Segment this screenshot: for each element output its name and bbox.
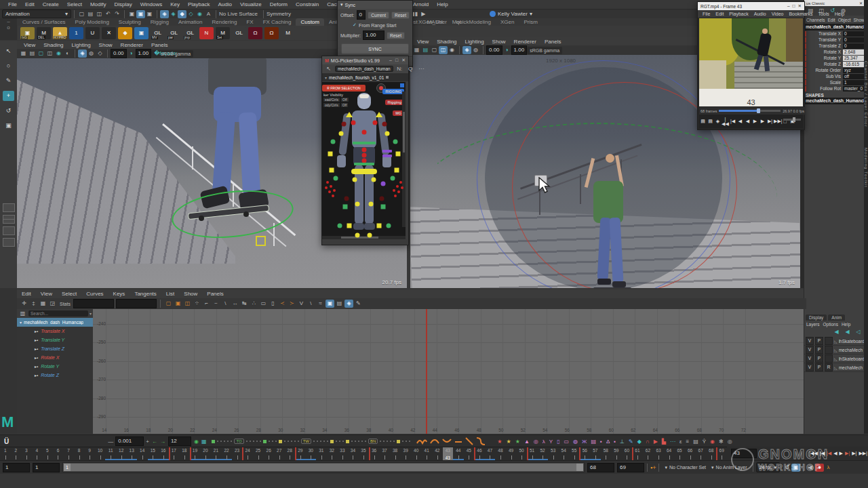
offset-field[interactable]: 0 (357, 10, 366, 20)
user-account-dropdown[interactable]: Kelly Vawter ▾ (490, 9, 532, 18)
video-control-button[interactable]: |◀◀ (722, 117, 729, 127)
power-icon[interactable]: ◉ (194, 439, 199, 445)
light-icon[interactable]: ◉ (54, 49, 63, 58)
scale-tool-icon[interactable]: ▣ (3, 121, 14, 131)
timeline-frame[interactable]: 5 (42, 447, 53, 461)
visibility-row[interactable]: ead/Ctrls Off (323, 98, 349, 102)
panel-menu-item[interactable]: View (20, 42, 39, 48)
animation-start-field[interactable]: 1 (3, 463, 30, 472)
minimize-icon[interactable]: – (389, 58, 392, 63)
resolution-gate-icon[interactable]: ◫ (439, 46, 448, 54)
picker-button[interactable] (373, 121, 378, 125)
video-control-button[interactable]: ◀ (744, 119, 751, 124)
menu-item[interactable]: Audio (214, 1, 235, 7)
move-tool-icon[interactable]: + (3, 91, 14, 101)
shelf-tab[interactable]: Animation (174, 18, 208, 26)
channel-value-field[interactable]: 1 (843, 80, 865, 85)
picker-button[interactable] (362, 130, 367, 135)
selected-object-name[interactable]: mechaMech_dash_Humanchead_ (804, 24, 865, 30)
gate-mask-icon[interactable]: ◫ (45, 49, 54, 58)
layer-playback-toggle[interactable]: P (815, 363, 823, 371)
shelf-tool-button[interactable]: M (281, 27, 295, 39)
timeline-frame[interactable]: 54 (558, 447, 569, 461)
timeline-frame[interactable]: 36 (369, 447, 380, 461)
timeline-frame[interactable]: 7 (63, 447, 74, 461)
normalize-icon[interactable]: ▣ (326, 300, 334, 308)
graph-menu-item[interactable]: Curves (81, 291, 108, 297)
close-icon[interactable]: ✕ (859, 1, 863, 5)
timeline-frame[interactable]: 24 (242, 447, 253, 461)
anim-tool-icon[interactable]: ≡ (686, 439, 690, 445)
rotate-tool-icon[interactable]: ↺ (3, 106, 14, 116)
timeline-frame[interactable]: 40 (411, 447, 422, 461)
transport-button[interactable]: |◀ (826, 451, 832, 456)
shelf-tab[interactable]: Rigging (146, 18, 174, 26)
timeline-frame[interactable]: 59 (611, 447, 622, 461)
stats-frame-field[interactable] (73, 299, 114, 308)
layer-menu-item[interactable]: Layers (806, 322, 820, 327)
shelf-tool-button[interactable]: N (199, 27, 214, 39)
channel-attribute-row[interactable]: Translate Y 0 (804, 37, 865, 43)
shelf-tab[interactable]: Poly Modeling (71, 18, 114, 26)
unify-tangents-icon[interactable]: ↹ (240, 300, 249, 308)
skateboard[interactable] (593, 287, 631, 288)
lasso-tool-icon[interactable]: ○ (3, 61, 14, 71)
step-size-field[interactable]: 0.001 (115, 436, 144, 446)
video-progress-bar[interactable] (719, 110, 781, 112)
anim-tool-icon[interactable]: ▪ (614, 439, 616, 445)
anim-tool-icon[interactable]: ◆ (637, 439, 642, 445)
filter-icon[interactable]: ≈ (316, 300, 325, 308)
shelf-tab[interactable]: Sculpting (114, 18, 146, 26)
layer-playback-toggle[interactable]: P (815, 354, 823, 363)
panel-menu-item[interactable]: Lighting (461, 39, 488, 45)
timeline-frame[interactable]: 66 (685, 447, 696, 461)
swap-buffer-icon[interactable]: ▯ (269, 300, 277, 308)
transport-button[interactable]: |◀◀ (808, 451, 818, 456)
range-slider[interactable]: 1 (62, 462, 585, 472)
anim-tool-icon[interactable]: ◉ (710, 439, 715, 445)
bookmark-end[interactable] (263, 440, 267, 443)
character-leg-right[interactable] (239, 112, 260, 195)
shelf-tab[interactable]: XGen (496, 18, 519, 26)
shelf-tool-button[interactable]: M Set (216, 27, 230, 39)
channel-box-menu-item[interactable]: Object (838, 18, 851, 22)
range-slider-left-handle[interactable]: 1 (64, 464, 71, 471)
menu-item[interactable]: Edit (21, 1, 39, 7)
timeline-frame[interactable]: 6 (53, 447, 64, 461)
menu-item[interactable]: Select (63, 1, 86, 7)
tab-channel-box[interactable]: Channel Box / Layer Editor (864, 61, 868, 127)
timeline-frame[interactable]: 51 (527, 447, 538, 461)
save-scene-icon[interactable]: ◫ (95, 10, 104, 18)
animation-preferences-icon[interactable]: λ (824, 464, 833, 472)
reset-multiplier-button[interactable]: Reset (387, 32, 405, 39)
video-control-button[interactable]: ◀ (736, 119, 744, 124)
jump-forward-icon[interactable]: → (160, 439, 165, 445)
keyframe-tick[interactable] (190, 447, 191, 461)
picker-button[interactable] (328, 190, 331, 193)
shelf-tab[interactable]: FX Caching (258, 18, 296, 26)
layer-visibility-toggle[interactable]: V (806, 354, 814, 363)
shelf-tool-button[interactable]: Ω (248, 27, 262, 39)
picker-button[interactable] (362, 153, 367, 158)
shelf-tool-button[interactable]: ✕ (102, 27, 116, 39)
anim-tool-icon[interactable]: ▯ (557, 439, 559, 445)
auto-key-icon[interactable]: ● (815, 464, 824, 472)
picker-character-dropdown[interactable]: mechaMech_dash_Human (335, 66, 393, 72)
bookmark-start[interactable] (212, 440, 215, 443)
menu-item[interactable]: Create (39, 1, 63, 7)
channel-box-menu-item[interactable]: Show (853, 18, 864, 22)
shadows-icon[interactable]: ◐ (63, 49, 72, 58)
shelf-tab[interactable]: Custom (296, 18, 324, 26)
picker-button[interactable] (391, 176, 395, 181)
panel-menu-item[interactable]: View (413, 39, 433, 45)
layout-four-pane-button[interactable] (3, 215, 15, 224)
menu-item[interactable]: Constrain (292, 1, 323, 7)
picker-button[interactable] (353, 142, 376, 144)
timeline-frame[interactable]: 29 (295, 447, 306, 461)
timeline-frame[interactable]: 47 (485, 447, 496, 461)
step-icon[interactable]: ▶ (419, 10, 428, 18)
bookmark-strip[interactable]: TOTWBN (212, 439, 410, 444)
exposure-field[interactable]: 0.00 (111, 49, 127, 58)
timeline-frame[interactable]: 11 (105, 447, 116, 461)
live-surface-label[interactable]: No Live Surface (219, 11, 258, 17)
